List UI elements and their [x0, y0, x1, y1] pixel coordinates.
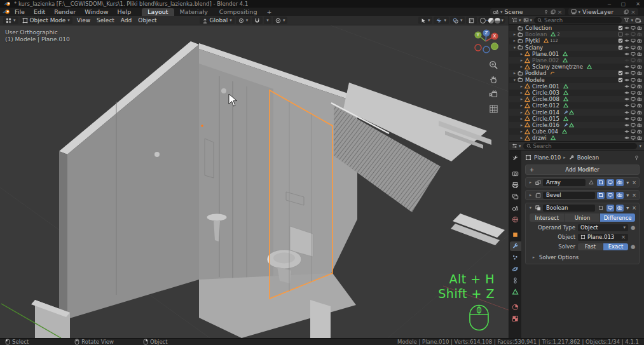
- pin-icon[interactable]: [634, 155, 640, 161]
- outliner-row[interactable]: ▸ Plane.001: [509, 51, 644, 57]
- menu-edit[interactable]: Edit: [29, 8, 50, 16]
- remove-layer-button[interactable]: ×: [631, 8, 636, 15]
- modifier-toggle-render[interactable]: [616, 179, 624, 186]
- outliner-row[interactable]: ▸ Circle.003: [509, 90, 644, 96]
- menu-help[interactable]: Help: [113, 8, 136, 16]
- snap-settings[interactable]: ▾: [264, 17, 271, 24]
- pin-icon[interactable]: [544, 10, 549, 15]
- render-disable-icon[interactable]: [637, 45, 642, 50]
- viewport-disable-icon[interactable]: [631, 58, 636, 63]
- modifier-toggle-render[interactable]: [616, 205, 624, 212]
- outliner-row[interactable]: Collection: [509, 25, 644, 31]
- exclude-checkbox[interactable]: [618, 25, 623, 30]
- modifier-extras-dropdown[interactable]: ▾: [626, 205, 629, 211]
- maximize-button[interactable]: ▢: [621, 1, 626, 7]
- modifier-name-field[interactable]: Boolean: [543, 205, 595, 212]
- viewport-disable-icon[interactable]: [631, 135, 636, 140]
- properties-tab-tool[interactable]: [510, 154, 521, 163]
- render-disable-icon[interactable]: [637, 71, 642, 76]
- modifier-delete-button[interactable]: ×: [631, 180, 637, 186]
- expand-arrow-icon[interactable]: ▸: [519, 103, 524, 108]
- properties-tab-scene[interactable]: [510, 203, 521, 213]
- render-disable-icon[interactable]: [637, 129, 642, 134]
- menu-window[interactable]: Window: [80, 8, 113, 16]
- viewport-disable-icon[interactable]: [631, 32, 636, 37]
- modifier-delete-button[interactable]: ×: [631, 193, 637, 198]
- transform-orientation-selector[interactable]: Global ▾: [200, 17, 235, 24]
- clear-object-button[interactable]: ×: [621, 234, 626, 240]
- navigation-gizmo[interactable]: Y Z X: [472, 29, 501, 57]
- viewport-disable-icon[interactable]: [631, 90, 636, 95]
- view-layer-selector[interactable]: ▾ ViewLayer ×: [568, 8, 638, 15]
- render-disable-icon[interactable]: [637, 135, 642, 140]
- outliner-editor-type-button[interactable]: ▾: [512, 17, 521, 23]
- modifier-header-boolean[interactable]: ▾ Boolean ▾ ×: [526, 203, 639, 212]
- properties-tab-constraints[interactable]: [510, 276, 521, 285]
- expand-arrow-icon[interactable]: ▾: [512, 45, 517, 50]
- properties-tab-render[interactable]: [510, 169, 521, 179]
- workspace-tab-materiały[interactable]: Materiały: [174, 8, 214, 16]
- viewport-disable-icon[interactable]: [631, 78, 636, 83]
- properties-tab-data[interactable]: [510, 287, 521, 297]
- properties-tab-object[interactable]: [510, 230, 521, 240]
- operation-union-button[interactable]: Union: [565, 213, 600, 222]
- shading-wireframe-button[interactable]: [480, 18, 486, 24]
- viewport-disable-icon[interactable]: [631, 97, 636, 102]
- object-picker[interactable]: Plane.013 ×: [578, 234, 628, 241]
- hide-eye-icon[interactable]: [624, 32, 629, 37]
- outliner-row[interactable]: ▸ Circle.001: [509, 83, 644, 90]
- modifier-name-field[interactable]: Array: [543, 179, 586, 186]
- camera-view-button[interactable]: [489, 90, 498, 99]
- hide-eye-icon[interactable]: [624, 58, 629, 63]
- hide-eye-icon[interactable]: [624, 110, 629, 115]
- hide-eye-icon[interactable]: [624, 116, 629, 121]
- modifier-toggle-render[interactable]: [616, 192, 624, 199]
- exclude-checkbox[interactable]: [618, 78, 623, 83]
- zoom-button[interactable]: [489, 60, 498, 70]
- modifier-toggle-realtime[interactable]: [606, 179, 614, 186]
- pan-hand-button[interactable]: [489, 75, 498, 85]
- render-disable-icon[interactable]: [637, 38, 642, 43]
- modifier-delete-button[interactable]: ×: [631, 205, 637, 211]
- expand-arrow-icon[interactable]: ▾: [512, 78, 517, 83]
- viewport-disable-icon[interactable]: [631, 51, 636, 57]
- shading-solid-button[interactable]: [486, 20, 488, 21]
- operand-type-dropdown[interactable]: Object ▾: [578, 224, 628, 231]
- viewport-disable-icon[interactable]: [631, 110, 636, 115]
- breadcrumb-object[interactable]: Plane.010: [534, 154, 561, 161]
- render-disable-icon[interactable]: [637, 97, 642, 102]
- viewport-disable-icon[interactable]: [631, 71, 636, 76]
- decorator-dot[interactable]: ●: [631, 224, 635, 231]
- modifier-extras-dropdown[interactable]: ▾: [626, 180, 629, 186]
- operation-difference-button[interactable]: Difference: [600, 213, 635, 222]
- expand-arrow-icon[interactable]: ▸: [512, 32, 517, 37]
- display-mode-dropdown[interactable]: ▾: [523, 17, 533, 23]
- hide-eye-icon[interactable]: [624, 97, 629, 102]
- modifier-extras-dropdown[interactable]: ▾: [626, 193, 629, 198]
- outliner-row[interactable]: ▸ Ściany zewnętrzne: [509, 64, 644, 70]
- properties-tab-physics[interactable]: [510, 264, 521, 274]
- shading-options-dropdown[interactable]: ▾: [501, 18, 504, 23]
- expand-arrow-icon[interactable]: ▸: [528, 180, 533, 185]
- menu-render[interactable]: Render: [50, 8, 80, 16]
- render-disable-icon[interactable]: [637, 58, 642, 63]
- expand-arrow-icon[interactable]: ▸: [519, 58, 524, 63]
- mode-selector[interactable]: Object Mode ▾: [20, 17, 72, 24]
- render-disable-icon[interactable]: [637, 110, 642, 115]
- outliner-search-input[interactable]: Search: [534, 17, 622, 24]
- viewport-disable-icon[interactable]: [631, 25, 636, 30]
- hide-eye-icon[interactable]: [624, 45, 629, 50]
- viewport-disable-icon[interactable]: [631, 129, 636, 134]
- close-button[interactable]: ✕: [636, 1, 640, 7]
- viewport-canvas[interactable]: [0, 25, 509, 338]
- hide-eye-icon[interactable]: [624, 71, 629, 76]
- render-disable-icon[interactable]: [637, 78, 642, 83]
- decorator-dot[interactable]: ●: [631, 243, 635, 250]
- render-disable-icon[interactable]: [637, 116, 642, 121]
- expand-arrow-icon[interactable]: ▸: [512, 71, 517, 76]
- shading-material-button[interactable]: [488, 18, 494, 24]
- hide-eye-icon[interactable]: [624, 78, 629, 83]
- outliner-row[interactable]: ▸ Podkład: [509, 70, 644, 76]
- workspace-tab-compositing[interactable]: Compositing: [214, 8, 263, 16]
- render-disable-icon[interactable]: [637, 90, 642, 95]
